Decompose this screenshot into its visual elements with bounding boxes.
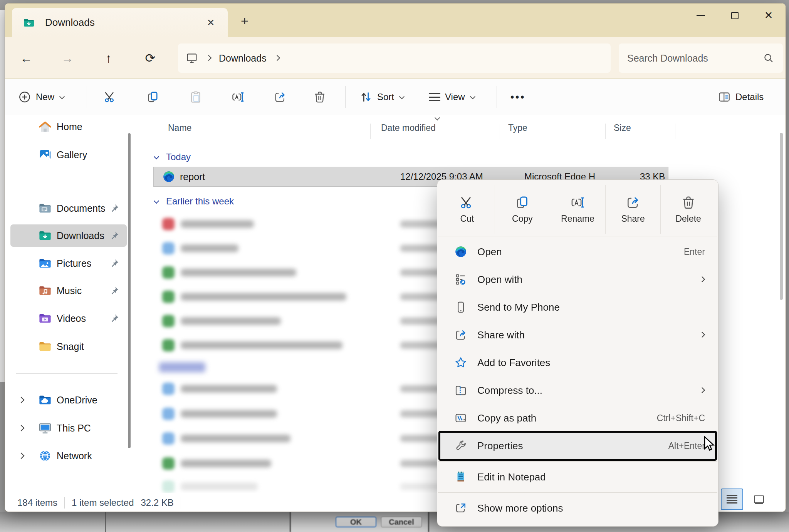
gallery-icon [38,148,52,162]
new-tab-button[interactable]: + [235,12,255,30]
minimize-icon [697,15,705,16]
new-button[interactable]: New [13,85,69,109]
column-name[interactable]: Name [168,123,191,133]
close-button[interactable]: ✕ [752,3,786,27]
quick-action-share[interactable]: Share [606,185,661,234]
menu-item-show-more-options[interactable]: Show more options [437,494,718,522]
quick-action-cut[interactable]: Cut [440,185,495,234]
menu-item-shortcut: Alt+Enter [668,441,705,451]
expand-chevron-icon[interactable] [16,394,27,406]
details-view-toggle[interactable] [721,489,743,510]
sidebar-item-this-pc[interactable]: This PC [10,417,127,439]
menu-item-properties[interactable]: PropertiesAlt+Enter [437,432,718,460]
quick-action-rename[interactable]: Rename [550,185,606,234]
menu-item-send-to-my-phone[interactable]: Send to My Phone [437,293,718,321]
column-separator[interactable] [370,124,371,139]
minimize-button[interactable] [684,3,718,27]
copyaspath-icon [454,412,467,425]
search-box[interactable]: Search Downloads [619,43,783,73]
navigation-pane: HomeGalleryDocumentsDownloadsPicturesMus… [5,115,133,493]
menu-item-add-to-favorites[interactable]: Add to Favorites [437,349,718,376]
menu-item-compress-to[interactable]: Compress to... [437,376,718,404]
menu-item-label: Share with [477,329,693,341]
sort-button[interactable]: Sort [355,85,409,109]
file-icon-redacted [162,408,175,420]
back-button[interactable]: ← [15,48,37,69]
group-header-today[interactable]: Today [154,152,191,162]
sidebar-item-label: Downloads [57,230,109,241]
sidebar-item-gallery[interactable]: Gallery [10,144,127,166]
menu-item-open-with[interactable]: Open with [437,266,718,293]
tab-close-icon[interactable]: ✕ [203,15,218,30]
file-name-redacted [181,483,258,490]
group-collapse-icon[interactable] [154,199,159,204]
sidebar-item-pictures[interactable]: Pictures [10,252,127,274]
sidebar-scrollbar[interactable] [128,133,131,448]
downloads-folder-icon [23,17,35,29]
showmore-icon [454,502,467,515]
sidebar-item-documents[interactable]: Documents [10,197,127,219]
details-pane-button[interactable]: Details [713,85,768,109]
sidebar-item-videos[interactable]: Videos [10,307,127,330]
column-type[interactable]: Type [508,123,527,133]
wrench-icon [454,439,467,452]
breadcrumb-segment[interactable]: Downloads [219,53,267,64]
menu-item-share-with[interactable]: Share with [437,321,718,349]
maximize-button[interactable] [718,3,752,27]
see-more-button[interactable]: ••• [506,85,530,109]
share-button[interactable] [269,85,291,109]
view-button[interactable]: View [424,85,480,109]
sidebar-item-label: Music [57,285,109,296]
group-header-label: Earlier this week [166,196,234,207]
sidebar-item-network[interactable]: Network [10,445,127,467]
edge-icon [454,245,467,258]
pin-icon [109,285,120,296]
rename-button[interactable] [227,85,249,109]
file-icon-redacted [162,315,175,327]
forward-button[interactable]: → [57,48,78,69]
group-collapse-icon[interactable] [154,154,159,160]
star-icon [454,356,467,369]
menu-item-open[interactable]: OpenEnter [437,238,718,266]
view-icon [429,93,440,101]
expand-chevron-icon[interactable] [16,450,27,462]
group-header-redacted[interactable] [159,362,205,372]
large-icons-view-toggle[interactable] [748,489,770,510]
folder-music-icon [38,284,52,298]
quick-action-label: Share [621,214,645,224]
up-button[interactable]: ↑ [98,48,119,69]
quick-action-delete[interactable]: Delete [661,185,716,234]
sidebar-item-home[interactable]: Home [10,115,127,138]
file-list-scrollbar[interactable] [780,133,783,300]
sidebar-item-music[interactable]: Music [10,279,127,302]
column-separator[interactable] [675,124,675,139]
cancel-button[interactable]: Cancel [381,517,422,527]
column-separator[interactable] [605,124,606,139]
breadcrumb[interactable]: Downloads [178,43,611,73]
paste-button[interactable] [185,85,207,109]
quick-actions-row: CutCopyRenameShareDelete [440,185,716,234]
sidebar-item-downloads[interactable]: Downloads [10,224,127,247]
column-size[interactable]: Size [614,123,631,133]
delete-button[interactable] [309,85,331,109]
tab-downloads[interactable]: Downloads ✕ [12,8,228,37]
group-header-earlier-this-week[interactable]: Earlier this week [154,196,234,207]
sidebar-item-onedrive[interactable]: OneDrive [10,389,127,411]
chevron-spacer [16,313,27,324]
menu-item-edit-in-notepad[interactable]: Edit in Notepad [437,463,718,491]
refresh-button[interactable]: ⟳ [139,48,161,69]
chevron-down-icon [60,95,64,99]
ok-button[interactable]: OK [336,517,376,527]
menu-item-copy-as-path[interactable]: Copy as pathCtrl+Shift+C [437,404,718,432]
search-placeholder: Search Downloads [627,53,763,64]
sidebar-item-snagit[interactable]: Snagit [10,335,127,358]
column-separator[interactable] [500,124,500,139]
delete-icon [313,90,326,104]
quick-action-copy[interactable]: Copy [495,185,551,234]
expand-chevron-icon[interactable] [16,422,27,434]
sidebar-divider [16,373,118,374]
submenu-chevron-icon [700,277,705,282]
copy-button[interactable] [142,85,164,109]
column-date-modified[interactable]: Date modified [381,123,436,133]
cut-button[interactable] [99,85,121,109]
